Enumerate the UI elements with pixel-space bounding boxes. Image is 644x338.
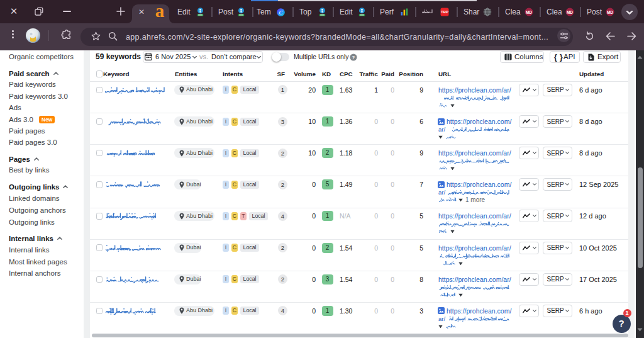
svg-text:TBP: TBP xyxy=(441,10,448,14)
svg-text:?: ? xyxy=(352,54,355,60)
svg-text:C: C xyxy=(279,9,283,16)
svg-text:MD: MD xyxy=(607,10,613,14)
svg-text:MD: MD xyxy=(526,10,532,14)
svg-text:a: a xyxy=(155,5,165,19)
svg-text:MD: MD xyxy=(567,10,573,14)
